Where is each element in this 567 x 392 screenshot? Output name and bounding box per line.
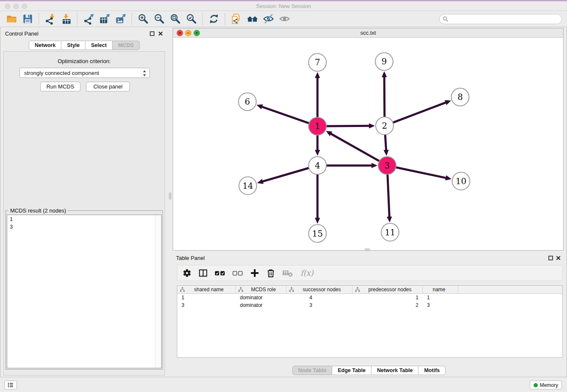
tab-style[interactable]: Style: [61, 41, 85, 50]
mcds-result-groupbox: MCDS result (2 nodes) 13: [6, 210, 163, 370]
tab-mcds[interactable]: MCDS: [113, 41, 140, 50]
houses-button[interactable]: [244, 12, 260, 26]
copy-pages-button[interactable]: [228, 12, 244, 26]
search-input[interactable]: [439, 14, 562, 24]
table-body: 1dominator4113dominator323: [177, 294, 562, 309]
save-floppy-button[interactable]: [19, 12, 36, 26]
checkboxes-checked-button[interactable]: [215, 267, 226, 279]
run-mcds-button[interactable]: Run MCDS: [40, 82, 80, 91]
gear-icon: [182, 268, 192, 278]
edge-3-10[interactable]: [396, 167, 446, 178]
float-panel-icon[interactable]: [149, 31, 155, 36]
split-panel-button[interactable]: [198, 267, 208, 279]
edge-2-3[interactable]: [385, 135, 386, 151]
edge-arrow-4-15: [315, 218, 320, 224]
close-panel-icon[interactable]: [158, 31, 163, 36]
edge-arrow-4-14: [257, 179, 264, 184]
open-folder-icon: [6, 13, 17, 25]
gear-button[interactable]: [182, 267, 192, 279]
export-image-button[interactable]: [113, 12, 129, 26]
close-panel-button[interactable]: Close panel: [86, 82, 130, 91]
table-cell: 2: [352, 301, 423, 309]
trash-button[interactable]: [266, 267, 275, 279]
trash-icon: [266, 268, 275, 278]
list-icon: [6, 381, 15, 389]
open-folder-button[interactable]: [3, 12, 19, 26]
column-header[interactable]: predecessor nodes: [352, 286, 423, 293]
table-row[interactable]: 3dominator323: [177, 301, 562, 309]
tab-motifs[interactable]: Motifs: [418, 366, 446, 375]
table-delete-icon: [282, 268, 293, 278]
import-network-button[interactable]: [42, 12, 58, 26]
vertical-splitter-grip[interactable]: [169, 193, 171, 199]
column-header-label: shared name: [185, 287, 235, 293]
table-cell: 1: [352, 294, 423, 301]
edge-2-8[interactable]: [393, 102, 446, 123]
table-row[interactable]: 1dominator411: [177, 294, 562, 301]
criterion-select[interactable]: strongly connected component: [19, 68, 150, 78]
zoom-in-button[interactable]: [135, 12, 151, 26]
tab-network[interactable]: Network: [29, 41, 61, 50]
task-history-button[interactable]: [4, 381, 17, 389]
network-window-titlebar[interactable]: scc.txt: [173, 28, 563, 38]
node-label-1: 1: [315, 121, 320, 131]
eye-slash-button[interactable]: [260, 12, 276, 26]
export-network-button[interactable]: [80, 12, 96, 26]
network-view-window: scc.txt 7968124314101511: [173, 28, 564, 251]
edge-arrow-1-7: [315, 72, 320, 78]
node-table: shared nameMCDS rolesuccessor nodesprede…: [177, 285, 563, 358]
import-table-button[interactable]: [58, 12, 74, 26]
eye-button[interactable]: [276, 12, 292, 26]
table-panel-title: Table Panel: [176, 255, 205, 261]
edge-3-1[interactable]: [330, 133, 380, 161]
table-cell: 1: [423, 294, 458, 301]
zoom-fit-button[interactable]: [167, 12, 183, 26]
tab-node-table[interactable]: Node Table: [292, 366, 332, 375]
zoom-selected-button[interactable]: [183, 12, 199, 26]
split-panel-icon: [198, 268, 208, 278]
edge-arrow-2-3: [383, 150, 388, 156]
column-header[interactable]: name: [423, 286, 458, 293]
edge-4-14[interactable]: [262, 168, 309, 182]
edge-2-9[interactable]: [384, 76, 385, 117]
checkboxes-unchecked-button[interactable]: [232, 267, 243, 279]
control-panel: Control Panel NetworkStyleSelectMCDS Opt…: [0, 28, 168, 376]
node-label-3: 3: [385, 160, 390, 171]
edge-1-2[interactable]: [326, 126, 370, 126]
search-icon: [443, 16, 449, 22]
tree-icon: [289, 287, 294, 292]
node-label-4: 4: [315, 160, 320, 171]
edge-1-6[interactable]: [261, 107, 309, 123]
mcds-result-list[interactable]: 13: [7, 215, 162, 368]
plus-button[interactable]: [250, 267, 259, 279]
column-header[interactable]: shared name: [177, 286, 236, 293]
close-table-panel-icon[interactable]: [556, 255, 561, 261]
tab-select[interactable]: Select: [85, 41, 113, 50]
copy-pages-icon: [231, 13, 242, 25]
optimization-criterion-label: Optimization criterion:: [4, 58, 165, 64]
table-header-row: shared nameMCDS rolesuccessor nodesprede…: [177, 286, 562, 294]
edge-arrow-2-9: [382, 71, 387, 77]
network-canvas[interactable]: 7968124314101511: [173, 38, 563, 250]
export-network-icon: [83, 13, 94, 25]
edge-3-11[interactable]: [388, 174, 390, 218]
result-scrollbar[interactable]: [155, 215, 161, 368]
node-label-8: 8: [457, 92, 463, 102]
memory-button[interactable]: Memory: [530, 381, 562, 389]
criterion-select-value: strongly connected component: [24, 70, 99, 76]
table-toolbar: f(x): [177, 265, 563, 281]
save-floppy-icon: [22, 13, 33, 25]
float-table-panel-icon[interactable]: [548, 255, 553, 261]
column-header[interactable]: successor nodes: [286, 286, 352, 293]
control-panel-title: Control Panel: [5, 30, 39, 37]
column-header[interactable]: MCDS role: [236, 286, 286, 293]
export-table-button[interactable]: [96, 12, 113, 26]
table-panel: Table Panel f(x) shared nameMCDS rolesuc…: [171, 252, 567, 377]
tab-network-table[interactable]: Network Table: [372, 366, 419, 375]
header-filler: [458, 286, 562, 293]
zoom-out-button[interactable]: [151, 12, 167, 26]
tab-edge-table[interactable]: Edge Table: [332, 366, 372, 375]
refresh-button[interactable]: [206, 12, 222, 26]
checkboxes-unchecked-icon: [232, 268, 243, 278]
horizontal-splitter-grip[interactable]: [365, 248, 370, 251]
